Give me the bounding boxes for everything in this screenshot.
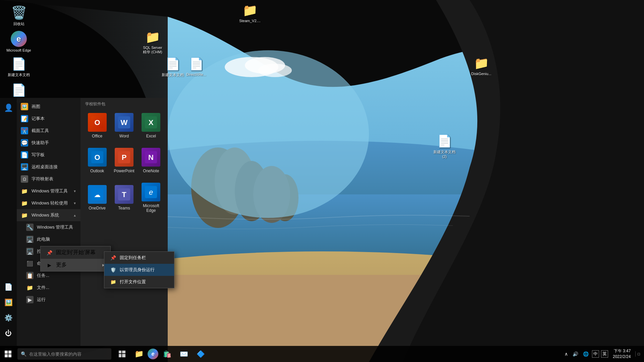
- menu-jishiben[interactable]: 📝 记事本: [17, 113, 80, 125]
- pin-taskbar-label: 固定到任务栏: [120, 255, 146, 261]
- win-mgmt-expand-icon: ▼: [73, 189, 76, 193]
- zifu-icon: Ω: [21, 175, 28, 183]
- outlook-tile[interactable]: O Outlook: [85, 144, 110, 177]
- menu-kuaisu[interactable]: 💬 快速助手: [17, 137, 80, 149]
- menu-cidianjiban[interactable]: 🖥️ 此电脑: [17, 233, 80, 245]
- menu-yunxing[interactable]: ▶ 运行: [17, 294, 80, 306]
- settings-button[interactable]: ⚙️: [1, 310, 16, 325]
- powerpoint-tile[interactable]: P PowerPoint: [111, 144, 137, 177]
- onedrive-tile-label: OneDrive: [89, 206, 106, 210]
- run-as-admin-icon: 🛡️: [110, 266, 116, 273]
- menu-win-mgmt[interactable]: 📁 Windows 管理工具 ▼: [17, 185, 80, 197]
- new-text-doc3-icon[interactable]: 📄 新建文本文档: [159, 57, 186, 77]
- menu-huitu[interactable]: 🖼️ 画图: [17, 101, 80, 113]
- pin-start-item[interactable]: 📌 固定到'开始'屏幕: [41, 246, 110, 259]
- start-button[interactable]: [0, 346, 16, 362]
- sql-server-label: SQL Server精华 (CHM): [143, 46, 162, 55]
- clock-date: 2022/2/24: [613, 354, 631, 360]
- svg-rect-39: [122, 354, 125, 357]
- svg-text:☁: ☁: [94, 191, 101, 198]
- kuaisu-label: 快速助手: [32, 140, 49, 146]
- steam-icon[interactable]: 📁 Steam_V2....: [235, 3, 265, 23]
- edge-app-tile-icon: e: [142, 183, 160, 201]
- onenote-tile[interactable]: N OneNote: [139, 144, 164, 177]
- search-bar[interactable]: 🔍: [17, 348, 111, 360]
- huitu-label: 画图: [32, 104, 40, 110]
- diskgenius-right-icon[interactable]: 📁 DiskGeniu...: [466, 56, 496, 76]
- menu-wenjian[interactable]: 📁 文件...: [17, 282, 80, 294]
- unknown-app-taskbar-button[interactable]: 🔷: [193, 346, 209, 362]
- pictures-button[interactable]: 🖼️: [1, 295, 16, 310]
- huitu-icon: 🖼️: [21, 103, 28, 110]
- kongzhiban-icon: 🖥️: [26, 248, 34, 255]
- app-grid-panel: 学校软件包 O Office W: [80, 98, 168, 346]
- svg-text:P: P: [122, 153, 127, 162]
- office-tile-icon: O: [88, 113, 107, 132]
- svg-rect-33: [8, 351, 11, 354]
- edge-app-tile[interactable]: e Microsoft Edge: [139, 179, 164, 217]
- new-text-doc1-icon[interactable]: 📄 新建文本文档: [5, 57, 32, 77]
- open-location-item[interactable]: 📁 打开文件位置: [104, 276, 174, 288]
- file-explorer-taskbar-button[interactable]: 📁: [131, 346, 147, 362]
- mail-taskbar-button[interactable]: ✉️: [176, 346, 192, 362]
- edge-taskbar-button[interactable]: e: [148, 349, 158, 359]
- task-view-button[interactable]: [114, 346, 130, 362]
- word-tile[interactable]: W Word: [111, 109, 137, 142]
- clock[interactable]: 下午 3:47 2022/2/24: [610, 348, 633, 360]
- win-system-label: Windows 系统: [32, 212, 59, 218]
- sql-server-icon[interactable]: 📁 SQL Server精华 (CHM): [136, 30, 169, 55]
- run-as-admin-item[interactable]: 🛡️ 以管理员身份运行: [104, 264, 174, 276]
- cidianjiban-label: 此电脑: [37, 236, 50, 242]
- new-text-doc-right-icon[interactable]: 📄 新建文本文档 (2): [431, 134, 458, 159]
- recycle-bin-icon[interactable]: 🗑️ 回收站: [5, 5, 32, 26]
- edge-desktop-label: Microsoft Edge: [6, 48, 31, 52]
- office-tile[interactable]: O Office: [85, 109, 110, 142]
- excel-tile-icon: X: [142, 113, 160, 132]
- svg-rect-37: [122, 351, 125, 353]
- menu-xiezi[interactable]: 📄 写字板: [17, 149, 80, 161]
- start-menu: 👤 📄 🖼️ ⚙️ ⏻ 🖼️ 画图 📝 记事本 ✂️ 截面工具 💬 快速助手 📄…: [0, 98, 168, 346]
- power-button[interactable]: ⏻: [1, 326, 16, 341]
- tray-speaker-icon[interactable]: 🔊: [571, 351, 580, 357]
- pin-taskbar-icon: 📌: [110, 254, 116, 261]
- svg-text:X: X: [149, 118, 154, 127]
- show-desktop-button[interactable]: □: [635, 351, 641, 357]
- store-taskbar-button[interactable]: 🛍️: [159, 346, 175, 362]
- search-input[interactable]: [29, 352, 106, 357]
- svg-rect-32: [5, 351, 8, 354]
- user-profile-button[interactable]: 👤: [1, 101, 16, 115]
- more-item[interactable]: ▶ 更多 ▶: [41, 259, 110, 271]
- taskbar-apps: 📁 e 🛍️ ✉️ 🔷: [114, 346, 209, 362]
- excel-tile[interactable]: X Excel: [139, 109, 164, 142]
- xiezi-icon: 📄: [21, 151, 28, 159]
- pin-start-label: 固定到'开始'屏幕: [56, 249, 96, 256]
- more-label: 更多: [56, 261, 67, 268]
- tray-ime-chinese[interactable]: 中: [592, 350, 599, 358]
- outlook-tile-label: Outlook: [90, 169, 104, 173]
- menu-jiemian[interactable]: ✂️ 截面工具: [17, 125, 80, 137]
- win-mgmt2-icon: 🔧: [26, 224, 34, 231]
- office-tile-label: Office: [92, 134, 102, 138]
- renwu-label: 任务...: [37, 273, 49, 279]
- outlook-tile-icon: O: [88, 148, 107, 167]
- menu-win-system[interactable]: 📁 Windows 系统 ▲: [17, 209, 80, 221]
- parent-context-menu: 📌 固定到'开始'屏幕 ▶ 更多 ▶: [40, 246, 111, 272]
- menu-yuancheng[interactable]: 🖥️ 远程桌面连接: [17, 161, 80, 173]
- pin-taskbar-item[interactable]: 📌 固定到任务栏: [104, 252, 174, 264]
- svg-text:N: N: [148, 153, 154, 162]
- tray-ime-english[interactable]: 英: [601, 350, 608, 358]
- directxre-icon[interactable]: 📄 DirectXRe...: [183, 57, 210, 76]
- tray-network-icon[interactable]: 🌐: [582, 351, 590, 357]
- teams-tile[interactable]: T Teams: [111, 179, 137, 217]
- svg-rect-36: [119, 351, 121, 353]
- documents-button[interactable]: 📄: [1, 280, 16, 294]
- kuaisu-icon: 💬: [21, 139, 28, 146]
- menu-win-mgmt2[interactable]: 🔧 Windows 管理工具: [17, 221, 80, 233]
- svg-text:O: O: [94, 153, 100, 162]
- onedrive-tile[interactable]: ☁ OneDrive: [85, 179, 110, 217]
- menu-zifu[interactable]: Ω 字符映射表: [17, 173, 80, 185]
- tray-chevron[interactable]: ∧: [563, 351, 569, 357]
- pin-start-icon: 📌: [46, 249, 53, 256]
- microsoft-edge-desktop-icon[interactable]: e Microsoft Edge: [5, 31, 32, 52]
- menu-win-easy[interactable]: 📁 Windows 轻松使用 ▼: [17, 197, 80, 209]
